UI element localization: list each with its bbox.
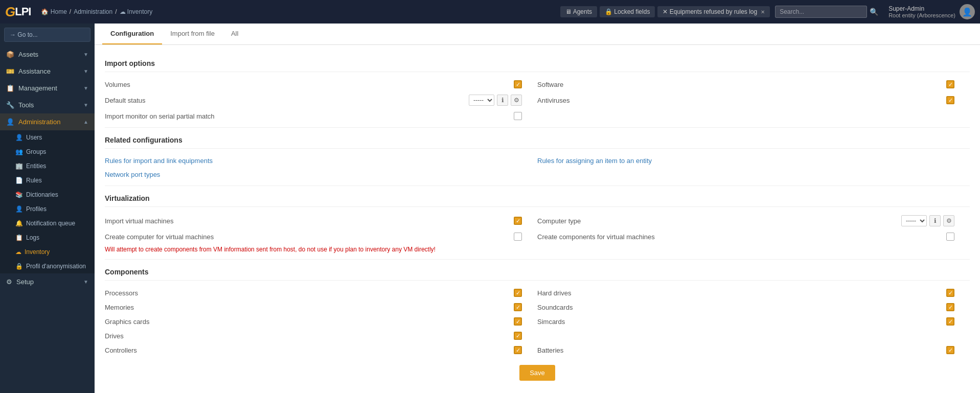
link-rules-assign[interactable]: Rules for assigning an item to an entity	[537, 157, 652, 165]
content-area: Configuration Import from file All Impor…	[95, 24, 980, 393]
default-status-select[interactable]: -----	[469, 95, 494, 106]
section-components: Components	[105, 264, 970, 281]
sidebar-item-users[interactable]: 👤 Users	[0, 130, 95, 145]
checkbox-software[interactable]: ✓	[946, 80, 954, 88]
label-rules-assign: Rules for assigning an item to an entity	[537, 157, 970, 165]
goto-button[interactable]: → Go to...	[4, 28, 90, 42]
tab-refused-log[interactable]: ✕ Equipments refused by rules log ✕	[657, 6, 770, 17]
management-icon: 📋	[6, 84, 14, 92]
sidebar-item-entities[interactable]: 🏢 Entities	[0, 159, 95, 173]
sidebar-item-groups[interactable]: 👥 Groups	[0, 145, 95, 159]
checkbox-soundcards[interactable]: ✓	[946, 303, 954, 311]
profil-icon: 🔒	[15, 263, 23, 270]
logo-lpi: LPI	[15, 5, 31, 18]
tab-import-from-file[interactable]: Import from file	[162, 24, 223, 44]
breadcrumb-home[interactable]: 🏠 Home	[41, 8, 66, 15]
profiles-icon: 👤	[15, 205, 23, 213]
link-network-port-types[interactable]: Network port types	[105, 171, 160, 178]
sidebar-item-administration[interactable]: 👤 Administration ▲	[0, 113, 95, 130]
label-volumes: Volumes	[105, 81, 514, 88]
sidebar-item-management[interactable]: 📋 Management ▼	[0, 80, 95, 97]
sidebar-item-logs[interactable]: 📋 Logs	[0, 230, 95, 245]
section-virtualization: Virtualization	[105, 190, 970, 207]
checkbox-create-components-vm[interactable]	[946, 233, 954, 241]
label-create-components-vm: Create components for virtual machines	[537, 233, 946, 241]
search-button[interactable]: 🔍	[870, 8, 878, 16]
breadcrumb-inventory[interactable]: ☁ Inventory	[120, 8, 153, 15]
administration-icon: 👤	[6, 118, 14, 126]
chevron-icon: ▼	[83, 85, 88, 91]
checkbox-drives[interactable]: ✓	[514, 332, 522, 340]
label-drives: Drives	[105, 332, 514, 340]
label-soundcards: Soundcards	[537, 304, 946, 311]
close-icon[interactable]: ✕	[761, 9, 765, 15]
search-area: 🔍	[775, 6, 878, 18]
main-layout: → Go to... 📦 Assets ▼ 🎫 Assistance ▼ 📋 M…	[0, 24, 980, 393]
form-container: Import options Volumes ✓ Software ✓ Defa…	[95, 45, 980, 393]
checkbox-memories[interactable]: ✓	[514, 303, 522, 311]
label-create-computer-vm: Create computer for virtual machines	[105, 233, 514, 241]
checkbox-hard-drives[interactable]: ✓	[946, 289, 954, 297]
checkbox-batteries[interactable]: ✓	[946, 346, 954, 354]
label-antiviruses: Antiviruses	[537, 97, 946, 104]
label-rules-import: Rules for import and link equipments	[105, 157, 537, 165]
checkbox-simcards[interactable]: ✓	[946, 317, 954, 326]
label-batteries: Batteries	[537, 346, 946, 354]
computer-type-select[interactable]: -----	[901, 215, 927, 226]
link-rules-import[interactable]: Rules for import and link equipments	[105, 157, 213, 165]
sidebar-item-profiles[interactable]: 👤 Profiles	[0, 202, 95, 216]
section-import-options: Import options	[105, 55, 970, 72]
user-name: Super-Admin	[888, 5, 955, 12]
gear-icon-2[interactable]: ⚙	[943, 215, 954, 226]
sidebar-item-tools[interactable]: 🔧 Tools ▼	[0, 97, 95, 113]
setup-icon: ⚙	[6, 278, 12, 286]
tab-locked-fields[interactable]: 🔒 Locked fields	[600, 6, 655, 17]
label-simcards: Simcards	[537, 318, 946, 326]
tab-configuration[interactable]: Configuration	[102, 24, 162, 44]
dictionaries-icon: 📚	[15, 191, 23, 198]
label-controllers: Controllers	[105, 346, 514, 354]
sidebar-item-notification-queue[interactable]: 🔔 Notification queue	[0, 216, 95, 230]
checkbox-controllers[interactable]: ✓	[514, 346, 522, 354]
gear-icon[interactable]: ⚙	[511, 95, 522, 106]
checkbox-antiviruses[interactable]: ✓	[946, 96, 954, 104]
checkbox-create-computer-vm[interactable]	[514, 233, 522, 241]
sidebar-item-rules[interactable]: 📄 Rules	[0, 173, 95, 188]
user-info: Super-Admin Root entity (Arborescence) 👤	[888, 4, 975, 19]
inventory-icon: ☁	[15, 248, 21, 256]
tab-all[interactable]: All	[223, 24, 246, 44]
groups-icon: 👥	[15, 148, 23, 155]
sidebar-item-setup[interactable]: ⚙ Setup ▼	[0, 273, 95, 290]
chevron-icon: ▼	[83, 52, 88, 57]
logs-icon: 📋	[15, 234, 23, 241]
user-entity: Root entity (Arborescence)	[888, 12, 955, 18]
chevron-icon: ▼	[83, 68, 88, 74]
label-computer-type: Computer type	[537, 217, 901, 225]
label-graphics-cards: Graphics cards	[105, 318, 514, 326]
logo-g: G	[5, 4, 15, 20]
checkbox-processors[interactable]: ✓	[514, 289, 522, 297]
checkbox-import-vms[interactable]: ✓	[514, 217, 522, 225]
checkbox-import-monitor[interactable]	[514, 112, 522, 120]
info-icon-2[interactable]: ℹ	[929, 215, 941, 226]
checkbox-volumes[interactable]: ✓	[514, 80, 522, 88]
sidebar-item-assets[interactable]: 📦 Assets ▼	[0, 46, 95, 63]
checkbox-graphics-cards[interactable]: ✓	[514, 317, 522, 326]
save-button[interactable]: Save	[519, 365, 555, 381]
sidebar-item-assistance[interactable]: 🎫 Assistance ▼	[0, 63, 95, 80]
chevron-icon: ▲	[83, 119, 88, 125]
nav-tabs: 🖥 Agents 🔒 Locked fields ✕ Equipments re…	[560, 6, 770, 17]
chevron-icon: ▼	[83, 102, 88, 108]
breadcrumb-administration[interactable]: Administration	[74, 8, 112, 15]
tab-agents[interactable]: 🖥 Agents	[560, 6, 597, 17]
search-input[interactable]	[775, 6, 867, 18]
assistance-icon: 🎫	[6, 67, 14, 75]
logo: GLPI	[5, 4, 31, 20]
sidebar-item-inventory[interactable]: ☁ Inventory	[0, 245, 95, 259]
avatar: 👤	[960, 4, 975, 19]
top-navbar: GLPI 🏠 Home / Administration / ☁ Invento…	[0, 0, 980, 24]
sidebar-item-profil-anonymisation[interactable]: 🔒 Profil d'anonymisation	[0, 259, 95, 273]
info-icon[interactable]: ℹ	[497, 95, 508, 106]
section-related-configs: Related configurations	[105, 132, 970, 149]
sidebar-item-dictionaries[interactable]: 📚 Dictionaries	[0, 188, 95, 202]
